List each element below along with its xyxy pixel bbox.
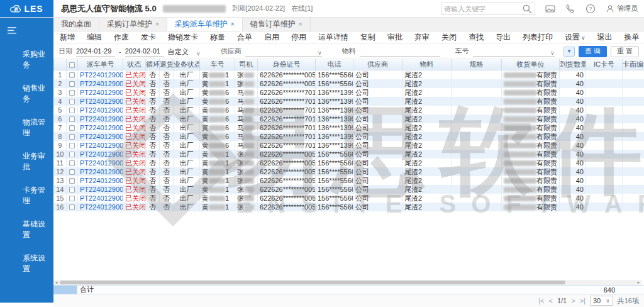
- filter-collapse-button[interactable]: ▼: [564, 47, 575, 57]
- tab-1[interactable]: 我的桌面: [53, 18, 99, 31]
- order-no-link[interactable]: PT22401290014: [80, 89, 123, 96]
- toolbar-button[interactable]: 新增: [60, 32, 75, 43]
- sidebar-item-6[interactable]: 基础设置: [0, 213, 53, 247]
- table-row[interactable]: 9PT22401290008已关闭否否出厂黄6马622626********70…: [54, 141, 644, 150]
- order-no-link[interactable]: PT22401290008: [80, 142, 123, 149]
- row-checkbox[interactable]: [69, 204, 75, 210]
- toolbar-button[interactable]: 换单: [625, 32, 640, 43]
- tab-close-icon[interactable]: ×: [299, 21, 303, 28]
- row-checkbox[interactable]: [69, 125, 75, 131]
- message-icon[interactable]: [545, 4, 555, 14]
- row-checkbox[interactable]: [69, 134, 75, 140]
- table-row[interactable]: 1PT22401290016已关闭否否出厂黄1张622626********00…: [54, 70, 644, 79]
- row-checkbox[interactable]: [69, 196, 75, 201]
- table-row[interactable]: 5PT22401290012已关闭否否出厂黄6马622626********70…: [54, 106, 644, 114]
- table-row[interactable]: 10PT22401290007已关闭否否出厂黄1张622626********0…: [54, 150, 644, 159]
- first-page-button[interactable]: |<: [538, 297, 544, 304]
- toolbar-button[interactable]: 查找: [469, 32, 484, 43]
- row-checkbox[interactable]: [69, 169, 75, 175]
- sidebar-item-7[interactable]: 系统设置: [0, 247, 53, 281]
- toolbar-button[interactable]: 合单: [237, 32, 252, 43]
- order-no-link[interactable]: PT22401290012: [80, 106, 123, 114]
- row-checkbox[interactable]: [69, 108, 75, 113]
- horizontal-scrollbar[interactable]: ◄ ►: [53, 280, 641, 285]
- toolbar-button[interactable]: 设置∨: [565, 32, 586, 43]
- toolbar-button[interactable]: 运单详情: [318, 32, 348, 43]
- order-no-link[interactable]: PT22401290003: [80, 186, 123, 193]
- next-page-button[interactable]: >: [571, 297, 575, 304]
- supplier-select[interactable]: ∨: [245, 47, 322, 57]
- table-row[interactable]: 7PT22401290010已关闭否否出厂黄6马622626********70…: [54, 123, 644, 132]
- scroll-left-icon[interactable]: ◄: [53, 280, 59, 285]
- table-row[interactable]: 14PT22401290003已关闭否否出厂黄1张622626********0…: [54, 185, 644, 194]
- order-no-link[interactable]: PT22401290006: [80, 159, 123, 167]
- help-icon[interactable]: ?: [586, 4, 596, 14]
- menu-toggle-icon[interactable]: [0, 21, 53, 43]
- vehicle-select[interactable]: ∨: [473, 47, 555, 57]
- select-all-checkbox[interactable]: [69, 62, 75, 68]
- toolbar-button[interactable]: 关闭: [441, 32, 457, 43]
- table-row[interactable]: 8PT22401290009已关闭否否出厂黄6马622626********70…: [54, 132, 644, 141]
- toolbar-button[interactable]: 作废: [114, 32, 129, 43]
- search-icon[interactable]: [522, 4, 532, 14]
- toolbar-button[interactable]: 退出: [597, 32, 613, 43]
- order-no-link[interactable]: PT22401290011: [80, 115, 123, 123]
- row-checkbox[interactable]: [69, 152, 75, 157]
- scrollbar-thumb[interactable]: [60, 281, 565, 284]
- toolbar-button[interactable]: 编辑: [87, 32, 102, 43]
- order-no-link[interactable]: PT22401290009: [80, 133, 123, 140]
- order-no-link[interactable]: PT22401290004: [80, 177, 123, 184]
- sidebar-item-5[interactable]: 卡务管理: [0, 179, 53, 213]
- table-row[interactable]: 16PT22401290001已关闭否否出厂黄1张622626********0…: [54, 203, 644, 211]
- sidebar-item-1[interactable]: 采购业务: [0, 43, 53, 77]
- order-no-link[interactable]: PT22401290007: [80, 150, 123, 158]
- toolbar-button[interactable]: 称量: [210, 32, 225, 43]
- order-no-link[interactable]: PT22401290010: [80, 124, 123, 131]
- last-page-button[interactable]: >|: [580, 297, 586, 304]
- order-no-link[interactable]: PT22401290013: [80, 98, 123, 105]
- query-button[interactable]: 查 询: [579, 46, 607, 57]
- sidebar-item-3[interactable]: 物流管理: [0, 111, 53, 145]
- table-row[interactable]: 6PT22401290011已关闭否否出厂黄6马622626********70…: [54, 114, 644, 123]
- toolbar-button[interactable]: 发卡: [141, 32, 156, 43]
- row-checkbox[interactable]: [69, 160, 75, 166]
- order-no-link[interactable]: PT22401290002: [80, 194, 123, 202]
- tab-close-icon[interactable]: ×: [155, 21, 159, 28]
- table-row[interactable]: 12PT22401290005已关闭否否出厂黄1张622626********0…: [54, 167, 644, 176]
- app-logo[interactable]: 易 + LES: [0, 0, 53, 17]
- toolbar-button[interactable]: 停用: [291, 32, 306, 43]
- row-checkbox[interactable]: [69, 81, 75, 87]
- prev-page-button[interactable]: <: [548, 297, 552, 304]
- table-row[interactable]: 15PT22401290002已关闭否否出厂黄1张622626********0…: [54, 194, 644, 203]
- material-input[interactable]: [360, 47, 440, 57]
- user-menu[interactable]: 管理员: [606, 4, 638, 13]
- order-no-link[interactable]: PT22401290015: [80, 80, 123, 87]
- toolbar-button[interactable]: 审批: [387, 32, 402, 43]
- row-checkbox[interactable]: [69, 90, 75, 96]
- tab-3[interactable]: 采购派车单维护×: [167, 18, 243, 31]
- row-checkbox[interactable]: [69, 99, 75, 104]
- page-size-select[interactable]: 30∨: [590, 296, 613, 306]
- sidebar-item-4[interactable]: 业务审批: [0, 145, 53, 179]
- date-to-input[interactable]: [125, 47, 164, 57]
- scroll-right-icon[interactable]: ►: [636, 280, 641, 285]
- toolbar-button[interactable]: 启用: [264, 32, 279, 43]
- toolbar-button[interactable]: 导出: [496, 32, 511, 43]
- date-from-input[interactable]: [76, 47, 115, 57]
- table-row[interactable]: 3PT22401290014已关闭否否出厂黄6马622626********70…: [54, 88, 644, 97]
- toolbar-button[interactable]: 列表打印: [523, 32, 553, 43]
- table-row[interactable]: 11PT22401290006已关闭否否出厂黄1张622626********0…: [54, 159, 644, 167]
- order-no-link[interactable]: PT22401290001: [80, 203, 123, 211]
- tab-4[interactable]: 销售订单维护×: [243, 18, 311, 31]
- row-checkbox[interactable]: [69, 143, 75, 148]
- row-checkbox[interactable]: [69, 178, 75, 184]
- order-no-link[interactable]: PT22401290016: [80, 71, 123, 79]
- toolbar-button[interactable]: 撤销发卡: [168, 32, 198, 43]
- search-input[interactable]: [444, 5, 522, 13]
- toolbar-button[interactable]: 复制: [360, 32, 375, 43]
- table-row[interactable]: 13PT22401290004已关闭否否出厂黄1张622626********0…: [54, 176, 644, 185]
- toolbar-button[interactable]: 弃审: [414, 32, 430, 43]
- row-checkbox[interactable]: [69, 72, 75, 78]
- row-checkbox[interactable]: [69, 116, 75, 122]
- row-checkbox[interactable]: [69, 187, 75, 193]
